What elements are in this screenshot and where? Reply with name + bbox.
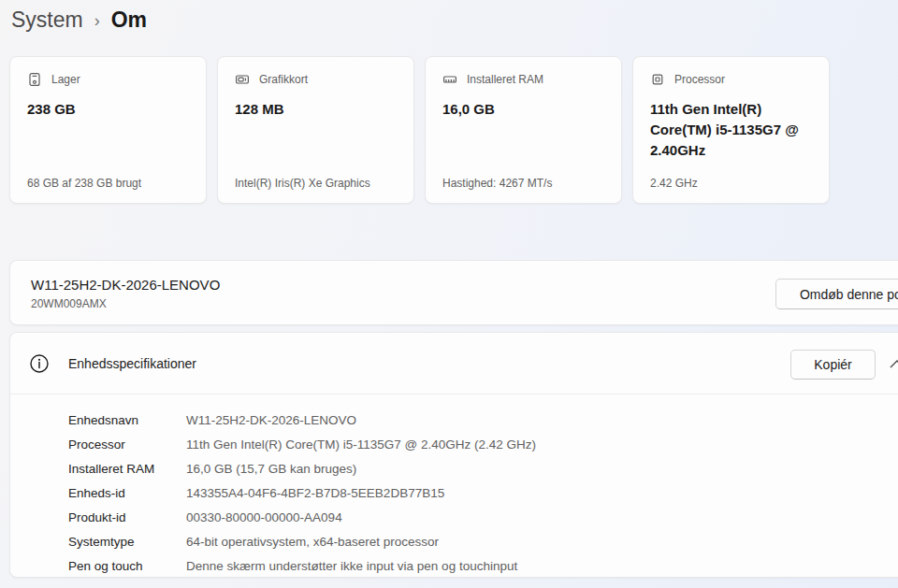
gpu-icon [235,72,250,87]
ram-icon [442,72,457,87]
page-title: Om [111,7,147,33]
storage-card-value: 238 GB [27,99,189,120]
processor-card-footer: 2.42 GHz [650,177,818,190]
spec-value: 143355A4-04F6-4BF2-B7D8-5EEB2DB77B15 [186,486,444,500]
graphics-card-footer: Intel(R) Iris(R) Xe Graphics [235,177,402,190]
processor-card-header: Processor [650,72,812,87]
graphics-card-title: Grafikkort [259,73,308,86]
spec-row-device-id: Enheds-id 143355A4-04F6-4BF2-B7D8-5EEB2D… [10,480,898,505]
spec-value: 64-bit operativsystem, x64-baseret proce… [186,535,439,549]
spec-label: Enhedsnavn [10,413,186,427]
chevron-up-icon[interactable] [886,353,898,376]
storage-card-footer: 68 GB af 238 GB brugt [27,177,195,190]
spec-row-product-id: Produkt-id 00330-80000-00000-AA094 [10,505,898,529]
info-icon [29,353,50,378]
settings-about-page: System › Om Lager 238 GB 68 GB af 238 GB… [0,0,898,588]
spec-row-installed-ram: Installeret RAM 16,0 GB (15,7 GB kan bru… [10,456,898,480]
ram-card-title: Installeret RAM [467,73,543,86]
rename-pc-button[interactable]: Omdøb denne pc [775,279,898,309]
spec-label: Enheds-id [10,486,186,500]
storage-icon [27,72,42,87]
spec-row-processor: Processor 11th Gen Intel(R) Core(TM) i5-… [10,432,898,456]
processor-card: Processor 11th Gen Intel(R) Core(TM) i5-… [632,56,830,204]
device-name: W11-25H2-DK-2026-LENOVO [31,277,220,293]
spec-row-pen-touch: Pen og touch Denne skærm understøtter ik… [10,553,898,578]
spec-value: 16,0 GB (15,7 GB kan bruges) [186,462,356,476]
spec-label: Processor [10,437,186,452]
spec-row-system-type: Systemtype 64-bit operativsystem, x64-ba… [10,529,898,553]
spec-rows: Enhedsnavn W11-25H2-DK-2026-LENOVO Proce… [10,394,898,578]
summary-cards: Lager 238 GB 68 GB af 238 GB brugt Grafi… [9,56,830,204]
spec-row-device-name: Enhedsnavn W11-25H2-DK-2026-LENOVO [10,408,898,432]
graphics-card-value: 128 MB [235,99,397,120]
storage-card-header: Lager [27,72,189,87]
ram-card: Installeret RAM 16,0 GB Hastighed: 4267 … [425,56,622,204]
graphics-card: Grafikkort 128 MB Intel(R) Iris(R) Xe Gr… [217,56,414,204]
device-name-card: W11-25H2-DK-2026-LENOVO 20WM009AMX Omdøb… [9,260,898,325]
spec-label: Produkt-id [10,510,186,524]
device-specifications-header[interactable]: Enhedsspecifikationer Kopiér [10,333,898,394]
copy-button[interactable]: Kopiér [790,350,876,380]
cpu-icon [650,72,665,87]
ram-card-value: 16,0 GB [442,99,604,120]
spec-label: Pen og touch [10,559,186,573]
spec-label: Systemtype [10,535,186,549]
breadcrumb: System › Om [11,7,147,33]
processor-card-value: 11th Gen Intel(R) Core(TM) i5-1135G7 @ 2… [650,99,812,161]
processor-card-title: Processor [674,73,725,86]
ram-card-footer: Hastighed: 4267 MT/s [442,177,610,190]
storage-card: Lager 238 GB 68 GB af 238 GB brugt [9,56,207,204]
spec-value: W11-25H2-DK-2026-LENOVO [186,413,356,427]
chevron-right-icon: › [94,9,100,31]
graphics-card-header: Grafikkort [235,72,397,87]
device-specifications-title: Enhedsspecifikationer [68,356,196,371]
spec-value: 11th Gen Intel(R) Core(TM) i5-1135G7 @ 2… [186,437,536,452]
spec-value: Denne skærm understøtter ikke input via … [186,559,517,573]
device-specifications-card: Enhedsspecifikationer Kopiér Enhedsnavn … [9,332,898,578]
spec-label: Installeret RAM [10,462,186,476]
spec-value: 00330-80000-00000-AA094 [186,510,342,524]
ram-card-header: Installeret RAM [442,72,604,87]
breadcrumb-system[interactable]: System [11,7,83,33]
device-model: 20WM009AMX [31,297,107,310]
storage-card-title: Lager [51,73,80,86]
